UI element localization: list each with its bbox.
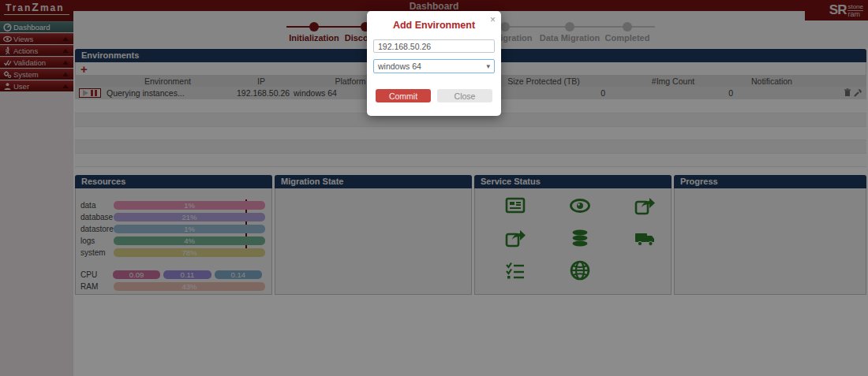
platform-select-value: windows 64 [378, 61, 421, 71]
add-environment-modal: × Add Environment windows 64 ▾ Commit Cl… [367, 11, 501, 116]
modal-title: Add Environment [367, 11, 501, 31]
commit-button[interactable]: Commit [376, 89, 431, 102]
chevron-down-icon: ▾ [486, 62, 490, 70]
close-button[interactable]: Close [437, 89, 492, 102]
app-window: Dashboard TranZman SR stone ram Dashboar… [0, 0, 868, 376]
ip-address-input[interactable] [373, 39, 495, 53]
platform-select[interactable]: windows 64 ▾ [373, 59, 495, 73]
close-icon[interactable]: × [490, 16, 496, 24]
